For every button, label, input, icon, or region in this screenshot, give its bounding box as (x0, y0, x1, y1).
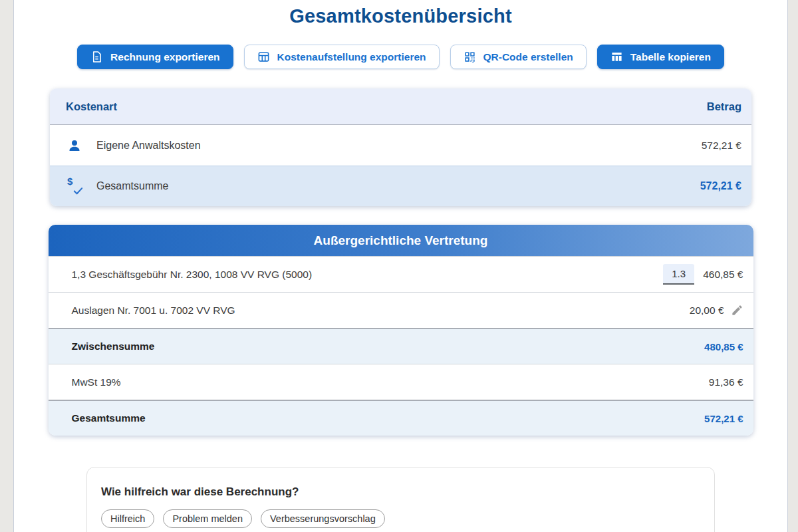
chip-problem-melden[interactable]: Problem melden (163, 509, 252, 528)
price-check-icon: $ (66, 178, 83, 195)
content-frame: Gesamtkostenübersicht Rechnung exportier… (13, 0, 788, 532)
person-icon (66, 138, 83, 154)
row-amount: 480,85 € (704, 341, 743, 352)
row-label: Eigene Anwaltskosten (96, 140, 201, 152)
row-gesamtsumme: Gesamtsumme 572,21 € (49, 400, 753, 436)
table-row-gesamtsumme: $ Gesamtsumme 572,21 € (50, 166, 751, 206)
button-label: Tabelle kopieren (630, 51, 711, 63)
page-title: Gesamtkostenübersicht (14, 5, 787, 27)
create-qr-code-button[interactable]: QR-Code erstellen (450, 45, 587, 69)
chip-verbesserungsvorschlag[interactable]: Verbesserungsvorschlag (261, 509, 385, 528)
row-amount: 572,21 € (700, 180, 741, 192)
feedback-chip-row: Hilfreich Problem melden Verbesserungsvo… (101, 509, 700, 528)
edit-pencil-icon[interactable] (731, 304, 743, 317)
row-auslagen: Auslagen Nr. 7001 u. 7002 VV RVG 20,00 € (49, 292, 753, 328)
table-icon (257, 51, 270, 63)
toolbar: Rechnung exportieren Kostenaufstellung e… (14, 45, 787, 69)
row-amount: 460,85 € (703, 269, 743, 281)
copy-table-button[interactable]: Tabelle kopieren (597, 45, 724, 69)
table-columns-icon (610, 51, 623, 63)
row-amount: 20,00 € (690, 305, 724, 317)
row-geschaeftsgebuehr: 1,3 Geschäftsgebühr Nr. 2300, 1008 VV RV… (49, 256, 753, 292)
row-label: Zwischensumme (72, 340, 155, 352)
row-label: 1,3 Geschäftsgebühr Nr. 2300, 1008 VV RV… (72, 269, 313, 281)
document-icon (90, 51, 103, 63)
aussergerichtliche-vertretung-card: Außergerichtliche Vertretung 1,3 Geschäf… (49, 225, 753, 436)
qr-code-icon (464, 51, 476, 63)
chip-hilfreich[interactable]: Hilfreich (101, 509, 154, 528)
table-row-eigene-anwaltskosten: Eigene Anwaltskosten 572,21 € (50, 125, 751, 166)
row-label: MwSt 19% (72, 376, 121, 388)
column-header-kostenart: Kostenart (66, 100, 117, 113)
fee-rate-input[interactable] (663, 264, 694, 285)
button-label: Kostenaufstellung exportieren (277, 51, 426, 63)
export-invoice-button[interactable]: Rechnung exportieren (77, 45, 233, 69)
row-label: Gesamtsumme (96, 180, 168, 192)
summary-table-header: Kostenart Betrag (50, 88, 751, 125)
row-amount: 572,21 € (702, 140, 741, 152)
feedback-card: Wie hilfreich war diese Berechnung? Hilf… (86, 467, 715, 532)
row-label: Auslagen Nr. 7001 u. 7002 VV RVG (72, 305, 235, 317)
row-amount: 91,36 € (709, 376, 743, 388)
row-label: Gesamtsumme (72, 412, 146, 424)
section-title: Außergerichtliche Vertretung (49, 225, 753, 256)
row-mwst: MwSt 19% 91,36 € (49, 364, 753, 400)
button-label: QR-Code erstellen (483, 51, 573, 63)
export-cost-breakdown-button[interactable]: Kostenaufstellung exportieren (244, 45, 440, 69)
column-header-betrag: Betrag (707, 100, 741, 113)
button-label: Rechnung exportieren (110, 51, 220, 63)
row-zwischensumme: Zwischensumme 480,85 € (49, 328, 753, 364)
cost-summary-table: Kostenart Betrag Eigene Anwaltskosten 57… (50, 88, 751, 206)
feedback-question: Wie hilfreich war diese Berechnung? (101, 485, 700, 499)
row-amount: 572,21 € (704, 413, 743, 424)
